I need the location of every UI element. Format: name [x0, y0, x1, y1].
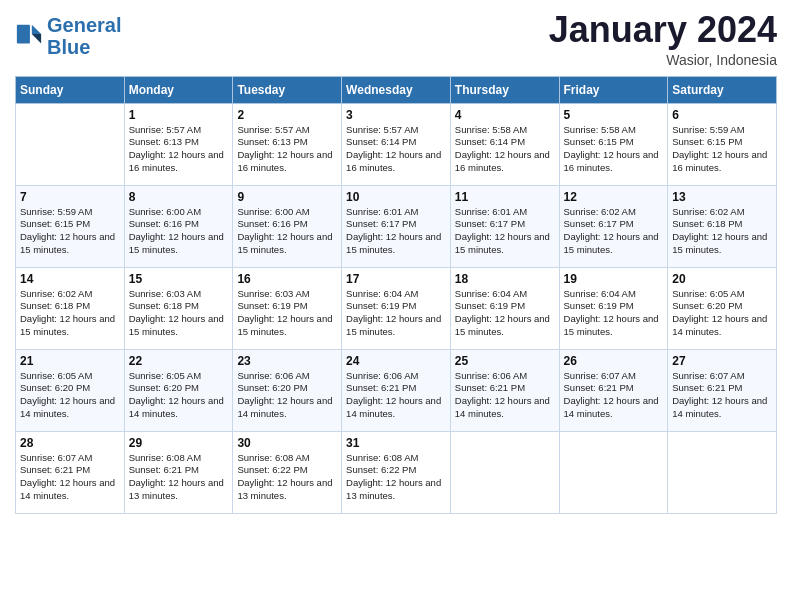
week-row-4: 21Sunrise: 6:05 AM Sunset: 6:20 PM Dayli…: [16, 349, 777, 431]
day-info: Sunrise: 5:59 AM Sunset: 6:15 PM Dayligh…: [20, 206, 120, 257]
day-number: 8: [129, 190, 229, 204]
day-number: 19: [564, 272, 664, 286]
day-number: 22: [129, 354, 229, 368]
calendar-cell: 11Sunrise: 6:01 AM Sunset: 6:17 PM Dayli…: [450, 185, 559, 267]
day-info: Sunrise: 6:00 AM Sunset: 6:16 PM Dayligh…: [129, 206, 229, 257]
day-number: 11: [455, 190, 555, 204]
weekday-header-tuesday: Tuesday: [233, 76, 342, 103]
day-number: 6: [672, 108, 772, 122]
calendar-cell: [559, 431, 668, 513]
weekday-header-thursday: Thursday: [450, 76, 559, 103]
day-info: Sunrise: 6:04 AM Sunset: 6:19 PM Dayligh…: [346, 288, 446, 339]
calendar-cell: 15Sunrise: 6:03 AM Sunset: 6:18 PM Dayli…: [124, 267, 233, 349]
calendar-cell: 23Sunrise: 6:06 AM Sunset: 6:20 PM Dayli…: [233, 349, 342, 431]
day-info: Sunrise: 6:02 AM Sunset: 6:17 PM Dayligh…: [564, 206, 664, 257]
calendar-cell: 3Sunrise: 5:57 AM Sunset: 6:14 PM Daylig…: [342, 103, 451, 185]
day-number: 28: [20, 436, 120, 450]
calendar-cell: 8Sunrise: 6:00 AM Sunset: 6:16 PM Daylig…: [124, 185, 233, 267]
day-number: 18: [455, 272, 555, 286]
logo-icon: [15, 21, 43, 49]
week-row-3: 14Sunrise: 6:02 AM Sunset: 6:18 PM Dayli…: [16, 267, 777, 349]
calendar-cell: [16, 103, 125, 185]
day-info: Sunrise: 5:57 AM Sunset: 6:13 PM Dayligh…: [237, 124, 337, 175]
calendar-cell: 30Sunrise: 6:08 AM Sunset: 6:22 PM Dayli…: [233, 431, 342, 513]
logo-text: General Blue: [47, 14, 121, 58]
day-info: Sunrise: 6:03 AM Sunset: 6:19 PM Dayligh…: [237, 288, 337, 339]
calendar-cell: 22Sunrise: 6:05 AM Sunset: 6:20 PM Dayli…: [124, 349, 233, 431]
day-info: Sunrise: 6:04 AM Sunset: 6:19 PM Dayligh…: [564, 288, 664, 339]
day-info: Sunrise: 6:01 AM Sunset: 6:17 PM Dayligh…: [346, 206, 446, 257]
day-info: Sunrise: 6:05 AM Sunset: 6:20 PM Dayligh…: [20, 370, 120, 421]
day-info: Sunrise: 6:05 AM Sunset: 6:20 PM Dayligh…: [672, 288, 772, 339]
calendar-cell: 26Sunrise: 6:07 AM Sunset: 6:21 PM Dayli…: [559, 349, 668, 431]
day-info: Sunrise: 6:06 AM Sunset: 6:21 PM Dayligh…: [455, 370, 555, 421]
day-number: 1: [129, 108, 229, 122]
day-info: Sunrise: 6:04 AM Sunset: 6:19 PM Dayligh…: [455, 288, 555, 339]
logo-blue: Blue: [47, 36, 90, 58]
calendar-cell: 18Sunrise: 6:04 AM Sunset: 6:19 PM Dayli…: [450, 267, 559, 349]
calendar-cell: 19Sunrise: 6:04 AM Sunset: 6:19 PM Dayli…: [559, 267, 668, 349]
calendar-cell: 6Sunrise: 5:59 AM Sunset: 6:15 PM Daylig…: [668, 103, 777, 185]
day-info: Sunrise: 5:57 AM Sunset: 6:14 PM Dayligh…: [346, 124, 446, 175]
day-info: Sunrise: 6:01 AM Sunset: 6:17 PM Dayligh…: [455, 206, 555, 257]
calendar-cell: 4Sunrise: 5:58 AM Sunset: 6:14 PM Daylig…: [450, 103, 559, 185]
calendar-cell: 25Sunrise: 6:06 AM Sunset: 6:21 PM Dayli…: [450, 349, 559, 431]
day-number: 13: [672, 190, 772, 204]
day-number: 14: [20, 272, 120, 286]
day-number: 24: [346, 354, 446, 368]
day-number: 16: [237, 272, 337, 286]
day-number: 20: [672, 272, 772, 286]
calendar-cell: [668, 431, 777, 513]
weekday-header-friday: Friday: [559, 76, 668, 103]
calendar-cell: 13Sunrise: 6:02 AM Sunset: 6:18 PM Dayli…: [668, 185, 777, 267]
day-number: 31: [346, 436, 446, 450]
day-number: 26: [564, 354, 664, 368]
calendar-cell: 14Sunrise: 6:02 AM Sunset: 6:18 PM Dayli…: [16, 267, 125, 349]
weekday-header-row: SundayMondayTuesdayWednesdayThursdayFrid…: [16, 76, 777, 103]
calendar-cell: 17Sunrise: 6:04 AM Sunset: 6:19 PM Dayli…: [342, 267, 451, 349]
day-number: 5: [564, 108, 664, 122]
day-number: 27: [672, 354, 772, 368]
weekday-header-wednesday: Wednesday: [342, 76, 451, 103]
day-info: Sunrise: 6:07 AM Sunset: 6:21 PM Dayligh…: [20, 452, 120, 503]
calendar-cell: 29Sunrise: 6:08 AM Sunset: 6:21 PM Dayli…: [124, 431, 233, 513]
calendar-cell: 28Sunrise: 6:07 AM Sunset: 6:21 PM Dayli…: [16, 431, 125, 513]
calendar-cell: 27Sunrise: 6:07 AM Sunset: 6:21 PM Dayli…: [668, 349, 777, 431]
calendar-cell: 10Sunrise: 6:01 AM Sunset: 6:17 PM Dayli…: [342, 185, 451, 267]
calendar-cell: 24Sunrise: 6:06 AM Sunset: 6:21 PM Dayli…: [342, 349, 451, 431]
day-number: 30: [237, 436, 337, 450]
day-info: Sunrise: 6:00 AM Sunset: 6:16 PM Dayligh…: [237, 206, 337, 257]
day-info: Sunrise: 5:58 AM Sunset: 6:14 PM Dayligh…: [455, 124, 555, 175]
day-info: Sunrise: 6:02 AM Sunset: 6:18 PM Dayligh…: [672, 206, 772, 257]
day-info: Sunrise: 6:07 AM Sunset: 6:21 PM Dayligh…: [672, 370, 772, 421]
calendar-cell: 31Sunrise: 6:08 AM Sunset: 6:22 PM Dayli…: [342, 431, 451, 513]
day-info: Sunrise: 6:08 AM Sunset: 6:22 PM Dayligh…: [346, 452, 446, 503]
day-number: 3: [346, 108, 446, 122]
page: General Blue January 2024 Wasior, Indone…: [0, 0, 792, 612]
day-info: Sunrise: 5:58 AM Sunset: 6:15 PM Dayligh…: [564, 124, 664, 175]
header: General Blue January 2024 Wasior, Indone…: [15, 10, 777, 68]
week-row-1: 1Sunrise: 5:57 AM Sunset: 6:13 PM Daylig…: [16, 103, 777, 185]
day-info: Sunrise: 6:08 AM Sunset: 6:21 PM Dayligh…: [129, 452, 229, 503]
day-number: 12: [564, 190, 664, 204]
day-info: Sunrise: 6:07 AM Sunset: 6:21 PM Dayligh…: [564, 370, 664, 421]
calendar-cell: 21Sunrise: 6:05 AM Sunset: 6:20 PM Dayli…: [16, 349, 125, 431]
day-info: Sunrise: 6:06 AM Sunset: 6:20 PM Dayligh…: [237, 370, 337, 421]
logo: General Blue: [15, 14, 121, 58]
day-number: 2: [237, 108, 337, 122]
calendar-cell: 12Sunrise: 6:02 AM Sunset: 6:17 PM Dayli…: [559, 185, 668, 267]
month-title: January 2024: [549, 10, 777, 50]
day-info: Sunrise: 6:05 AM Sunset: 6:20 PM Dayligh…: [129, 370, 229, 421]
calendar-table: SundayMondayTuesdayWednesdayThursdayFrid…: [15, 76, 777, 514]
day-number: 9: [237, 190, 337, 204]
day-number: 17: [346, 272, 446, 286]
calendar-cell: 1Sunrise: 5:57 AM Sunset: 6:13 PM Daylig…: [124, 103, 233, 185]
title-block: January 2024 Wasior, Indonesia: [549, 10, 777, 68]
calendar-cell: 20Sunrise: 6:05 AM Sunset: 6:20 PM Dayli…: [668, 267, 777, 349]
week-row-2: 7Sunrise: 5:59 AM Sunset: 6:15 PM Daylig…: [16, 185, 777, 267]
day-number: 15: [129, 272, 229, 286]
day-info: Sunrise: 6:08 AM Sunset: 6:22 PM Dayligh…: [237, 452, 337, 503]
svg-rect-3: [17, 25, 30, 44]
calendar-cell: 9Sunrise: 6:00 AM Sunset: 6:16 PM Daylig…: [233, 185, 342, 267]
calendar-cell: 16Sunrise: 6:03 AM Sunset: 6:19 PM Dayli…: [233, 267, 342, 349]
